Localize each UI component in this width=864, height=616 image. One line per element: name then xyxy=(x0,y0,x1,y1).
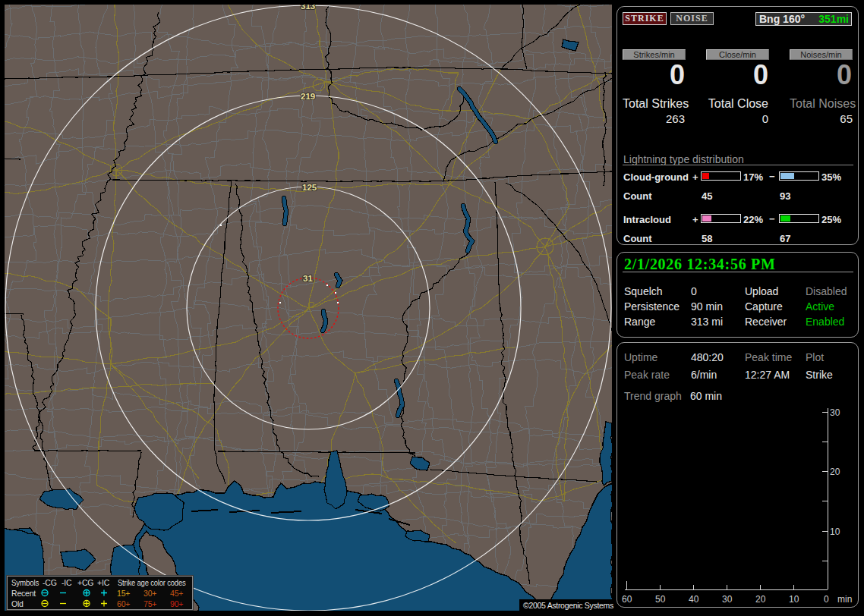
svg-text:20: 20 xyxy=(830,467,840,477)
svg-text:10: 10 xyxy=(789,594,799,605)
svg-text:30: 30 xyxy=(830,407,840,418)
svg-text:31: 31 xyxy=(303,274,313,283)
svg-text:219: 219 xyxy=(301,92,315,101)
svg-text:313: 313 xyxy=(301,2,315,11)
svg-text:40: 40 xyxy=(689,594,699,605)
svg-text:125: 125 xyxy=(302,183,317,192)
svg-text:0: 0 xyxy=(824,594,829,605)
svg-text:10: 10 xyxy=(830,526,840,537)
svg-text:50: 50 xyxy=(655,594,666,605)
svg-text:30: 30 xyxy=(722,594,733,605)
svg-text:min: min xyxy=(837,594,852,605)
svg-text:20: 20 xyxy=(755,594,766,605)
svg-text:60: 60 xyxy=(622,594,632,605)
